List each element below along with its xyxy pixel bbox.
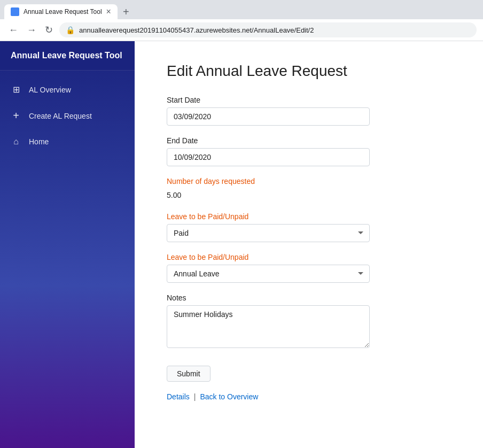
tab-favicon [11,7,19,16]
start-date-input[interactable] [167,107,370,126]
footer-separator: | [194,392,196,401]
app-container: Annual Leave Request Tool AL Overview Cr… [0,41,483,448]
end-date-input[interactable] [167,148,370,166]
new-tab-button[interactable]: + [119,4,134,19]
days-group: Number of days requested 5.00 [167,177,451,202]
page-title: Edit Annual Leave Request [167,63,451,80]
notes-textarea[interactable]: Summer Holidays [167,305,370,348]
edit-form: Start Date End Date Number of days reque… [167,96,451,401]
tab-title: Annual Leave Request Tool [24,8,102,16]
address-bar[interactable]: 🔒 annualleaverequest20191104055437.azure… [59,22,477,37]
submit-button[interactable]: Submit [167,366,211,382]
sidebar-header: Annual Leave Request Tool [0,41,135,71]
type-select[interactable]: Annual Leave Sick Leave Personal Leave [167,265,370,283]
sidebar-label-home: Home [29,137,49,146]
back-button[interactable]: ← [6,23,20,37]
end-date-label: End Date [167,136,451,145]
plus-icon [11,110,21,122]
address-bar-row: ← → ↻ 🔒 annualleaverequest20191104055437… [0,19,483,41]
tab-close-button[interactable]: × [106,7,111,16]
sidebar-item-home[interactable]: Home [0,129,135,154]
sidebar-item-al-overview[interactable]: AL Overview [0,77,135,102]
sidebar-title: Annual Leave Request Tool [11,51,122,60]
sidebar-label-al-overview: AL Overview [29,86,71,94]
footer-links: Details | Back to Overview [167,392,451,401]
days-value: 5.00 [167,189,451,202]
days-label: Number of days requested [167,177,451,186]
paid-select[interactable]: Paid Unpaid [167,224,370,242]
sidebar-label-create-request: Create AL Request [29,112,92,120]
start-date-label: Start Date [167,96,451,104]
lock-icon: 🔒 [66,26,75,34]
browser-chrome: Annual Leave Request Tool × + ← → ↻ 🔒 an… [0,0,483,41]
main-content: Edit Annual Leave Request Start Date End… [135,41,483,448]
address-text: annualleaverequest20191104055437.azurewe… [79,26,314,34]
details-link[interactable]: Details [167,392,190,401]
sidebar: Annual Leave Request Tool AL Overview Cr… [0,41,135,448]
start-date-group: Start Date [167,96,451,126]
refresh-button[interactable]: ↻ [43,23,55,37]
notes-label: Notes [167,293,451,302]
browser-tab[interactable]: Annual Leave Request Tool × [4,4,118,19]
home-icon [11,137,21,146]
sidebar-item-create-request[interactable]: Create AL Request [0,102,135,129]
type-label: Leave to be Paid/Unpaid [167,253,451,261]
end-date-group: End Date [167,136,451,166]
type-group: Leave to be Paid/Unpaid Annual Leave Sic… [167,253,451,283]
grid-icon [11,84,21,95]
paid-group: Leave to be Paid/Unpaid Paid Unpaid [167,212,451,242]
sidebar-nav: AL Overview Create AL Request Home [0,71,135,160]
paid-label: Leave to be Paid/Unpaid [167,212,451,221]
forward-button[interactable]: → [25,23,38,37]
notes-group: Notes Summer Holidays [167,293,451,350]
back-to-overview-link[interactable]: Back to Overview [200,392,258,401]
